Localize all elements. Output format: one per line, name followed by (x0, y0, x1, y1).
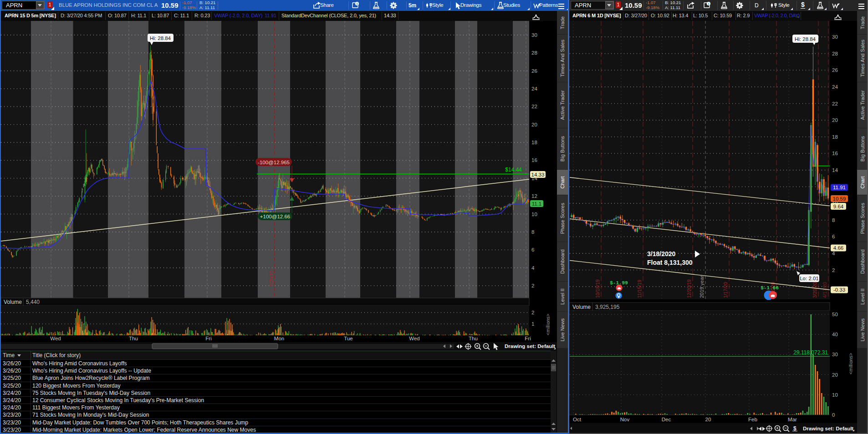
svg-text:4.66: 4.66 (833, 245, 843, 251)
svg-text:6: 6 (832, 234, 835, 239)
svg-text:26: 26 (832, 67, 838, 73)
svg-text:14.33: 14.33 (531, 172, 545, 177)
svg-text:4: 4 (832, 251, 835, 256)
svg-text:28: 28 (531, 50, 537, 56)
svg-text:10/18/19: 10/18/19 (595, 279, 600, 298)
svg-text:12: 12 (832, 184, 838, 189)
svg-text:2/21/20: 2/21/20 (770, 282, 776, 298)
svg-text:$14.44: $14.44 (505, 167, 522, 173)
svg-text:30: 30 (832, 352, 838, 357)
svg-text:24: 24 (531, 86, 537, 91)
svg-text:Dec: Dec (662, 417, 671, 422)
svg-text:16: 16 (531, 157, 537, 163)
svg-text:9.64: 9.64 (833, 204, 844, 209)
svg-text:28: 28 (832, 51, 838, 56)
svg-text:Hi: 28.84: Hi: 28.84 (150, 35, 171, 41)
svg-text:40: 40 (832, 332, 838, 337)
svg-text:Mon: Mon (274, 336, 284, 341)
svg-text:3/20/20: 3/20/20 (812, 282, 817, 298)
svg-text:24: 24 (832, 84, 838, 90)
svg-text:18: 18 (832, 134, 838, 140)
svg-text:i: i (708, 2, 709, 5)
svg-text:-0.33: -0.33 (833, 287, 845, 293)
svg-text:Float 8,131,300: Float 8,131,300 (647, 259, 693, 266)
svg-text:$-1.66: $-1.66 (761, 285, 779, 291)
svg-text:11/15/19: 11/15/19 (637, 280, 642, 298)
svg-text:3,925,195: 3,925,195 (595, 304, 620, 310)
svg-text:3/20/20: 3/20/20 (268, 271, 274, 287)
svg-text:2: 2 (531, 283, 534, 288)
svg-text:29,118,072.31: 29,118,072.31 (793, 349, 828, 356)
svg-text:<millions>: <millions> (848, 353, 853, 374)
svg-text:4/17/20: 4/17/20 (822, 282, 827, 298)
svg-text:22: 22 (832, 101, 838, 106)
svg-text:Fri: Fri (525, 336, 531, 341)
svg-text:Wed: Wed (409, 336, 419, 341)
svg-text:12: 12 (531, 193, 537, 199)
svg-text:20: 20 (705, 417, 711, 422)
svg-text:16: 16 (832, 151, 838, 156)
svg-text:1/17/20: 1/17/20 (723, 282, 728, 298)
svg-text:12/20/19: 12/20/19 (686, 279, 692, 298)
svg-text:Volume: Volume (572, 304, 591, 310)
svg-text:20: 20 (832, 117, 838, 123)
svg-text:3/18/2020: 3/18/2020 (647, 250, 675, 257)
svg-text:6: 6 (531, 247, 534, 252)
svg-text:18: 18 (531, 140, 537, 145)
svg-text:2: 2 (531, 310, 534, 315)
svg-text:$: $ (793, 425, 797, 432)
svg-text:<millions>: <millions> (545, 314, 551, 335)
svg-text:Drawing set: Default: Drawing set: Default (803, 426, 853, 431)
svg-text:Hi: 28.84: Hi: 28.84 (795, 36, 816, 42)
svg-text:Volume: Volume (4, 299, 22, 305)
svg-text:2: 2 (832, 267, 835, 273)
svg-text:-100@12.965: -100@12.965 (258, 160, 290, 165)
svg-text:30: 30 (832, 34, 838, 40)
svg-text:1: 1 (531, 321, 534, 327)
svg-text:10.59: 10.59 (833, 196, 846, 202)
svg-text:26: 26 (531, 68, 537, 74)
svg-text:Thu: Thu (469, 336, 478, 341)
svg-text:8: 8 (531, 229, 534, 235)
svg-text:Thu: Thu (129, 336, 138, 341)
svg-text:14: 14 (832, 167, 838, 173)
svg-text:Wed: Wed (50, 336, 61, 341)
svg-text:+100@12.66: +100@12.66 (260, 214, 290, 219)
svg-text:4: 4 (531, 265, 535, 271)
svg-text:2019 year: 2019 year (699, 276, 705, 298)
svg-text:Tue: Tue (344, 336, 352, 341)
svg-text:Fri: Fri (205, 336, 211, 341)
svg-text:20: 20 (531, 122, 537, 127)
svg-text:Drawing set: Default: Drawing set: Default (505, 343, 555, 349)
svg-text:Mar: Mar (788, 417, 797, 422)
svg-text:10: 10 (531, 212, 537, 217)
svg-text:22: 22 (531, 104, 537, 109)
svg-text:Lo: 2.01: Lo: 2.01 (800, 276, 819, 281)
svg-text:11.91: 11.91 (833, 185, 846, 190)
svg-text:50: 50 (832, 312, 838, 317)
svg-text:Feb: Feb (748, 417, 757, 422)
svg-text:$-1.99: $-1.99 (610, 280, 628, 286)
svg-text:Nov: Nov (620, 417, 630, 422)
svg-text:30: 30 (531, 32, 537, 38)
svg-text:8: 8 (832, 217, 835, 223)
svg-text:11.1: 11.1 (532, 201, 542, 207)
svg-text:0: 0 (832, 412, 835, 418)
svg-text:10: 10 (832, 201, 838, 206)
svg-text:20: 20 (832, 372, 838, 378)
svg-text:10: 10 (832, 392, 838, 398)
svg-text:5,440: 5,440 (26, 299, 40, 305)
svg-text:Oct: Oct (573, 417, 582, 422)
